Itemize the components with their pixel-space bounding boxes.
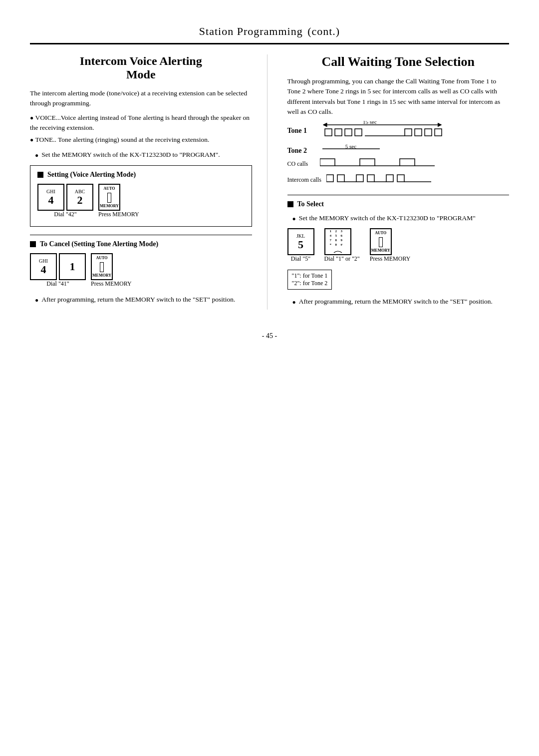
- svg-rect-33: [386, 175, 393, 182]
- left-intro: The intercom alerting mode (tone/voice) …: [30, 88, 252, 109]
- press-memory-3: Press MEMORY: [370, 255, 411, 263]
- sub1-title: Setting (Voice Alerting Mode): [47, 171, 136, 179]
- svg-rect-13: [422, 129, 425, 136]
- memory-instruction2: Set the MEMORY switch of the KX-T123230D…: [292, 213, 510, 223]
- memory-button-3: AUTO MEMORY: [370, 228, 392, 255]
- svg-rect-25: [326, 175, 333, 182]
- tone-note-box: "1": for Tone 1 "2": for Tone 2: [287, 270, 332, 290]
- press-memory-2: Press MEMORY: [91, 280, 132, 288]
- black-square-icon: [37, 172, 43, 178]
- svg-rect-6: [345, 129, 352, 136]
- co-calls-label: CO calls: [287, 160, 315, 168]
- key-ghi4: GHI 4: [37, 184, 64, 211]
- svg-rect-31: [367, 175, 374, 182]
- svg-rect-7: [352, 129, 355, 136]
- dial42-label: Dial "42": [37, 211, 93, 218]
- key-jkl5: JKL 5: [287, 228, 314, 255]
- dial41-label: Dial "41": [30, 280, 86, 288]
- tone-item: TONE.. Tone alerting (ringing) sound at …: [30, 135, 252, 145]
- svg-text:5 sec: 5 sec: [345, 145, 356, 149]
- to-select-section: To Select Set the MEMORY switch of the K…: [287, 200, 510, 307]
- svg-rect-34: [393, 175, 397, 182]
- key-ghi4-cancel: GHI 4: [30, 253, 57, 280]
- svg-rect-16: [435, 129, 442, 136]
- tone1-label: Tone 1: [287, 127, 315, 135]
- intercom-calls-label: Intercom calls: [287, 176, 321, 184]
- note-line1: "1": for Tone 1: [292, 272, 328, 280]
- voice-item: VOICE...Voice alerting instead of Tone a…: [30, 113, 252, 133]
- svg-rect-29: [356, 175, 363, 182]
- key-dialpad: 123 456 789 *0#: [324, 228, 351, 255]
- to-select-title: To Select: [297, 200, 324, 208]
- svg-rect-12: [415, 129, 422, 136]
- sub2-title: To Cancel (Setting Tone Alerting Mode): [40, 240, 158, 248]
- left-section-title: Intercom Voice Alerting Mode: [30, 54, 252, 81]
- dial5-label: Dial "5": [287, 255, 314, 263]
- right-section-title: Call Waiting Tone Selection: [287, 54, 510, 69]
- svg-rect-10: [405, 129, 412, 136]
- right-intro: Through programming, you can change the …: [287, 76, 510, 117]
- page-title: Station Programming (cont.): [30, 20, 509, 39]
- cancel-section: To Cancel (Setting Tone Alerting Mode) G…: [30, 240, 252, 288]
- svg-rect-8: [355, 129, 362, 136]
- after-text-left: After programming, return the MEMORY swi…: [35, 295, 252, 305]
- tone2-arrow: 5 sec: [320, 145, 510, 155]
- page-number: - 45 -: [30, 332, 509, 340]
- tone1-diagram: 15 sec: [320, 121, 510, 141]
- memory-button-1: AUTO MEMORY: [98, 184, 120, 211]
- svg-rect-30: [363, 175, 367, 182]
- svg-rect-26: [333, 175, 337, 182]
- tone2-label: Tone 2: [287, 145, 315, 155]
- after-text-right: After programming, return the MEMORY swi…: [292, 297, 510, 307]
- svg-rect-4: [335, 129, 342, 136]
- svg-rect-35: [397, 175, 404, 182]
- svg-rect-3: [332, 129, 335, 136]
- svg-rect-23: [400, 159, 415, 166]
- key-1-cancel: 1: [59, 253, 86, 280]
- black-square-icon3: [287, 201, 293, 207]
- intercom-calls-diagram: [326, 173, 436, 187]
- svg-rect-21: [360, 159, 375, 166]
- dial12-label: Dial "1" or "2": [324, 255, 360, 263]
- svg-rect-27: [337, 175, 344, 182]
- svg-rect-5: [342, 129, 345, 136]
- voice-alerting-section: Setting (Voice Alerting Mode) GHI 4 ABC …: [30, 165, 252, 227]
- svg-rect-11: [412, 129, 415, 136]
- co-calls-diagram: [320, 157, 440, 171]
- svg-rect-15: [432, 129, 435, 136]
- memory-button-2: AUTO MEMORY: [91, 253, 113, 280]
- svg-rect-2: [325, 129, 332, 136]
- svg-rect-14: [425, 129, 432, 136]
- svg-text:15 sec: 15 sec: [363, 121, 377, 125]
- svg-rect-19: [320, 159, 335, 166]
- press-memory-1: Press MEMORY: [98, 211, 139, 218]
- tone2-section: Tone 2 5 se: [287, 145, 510, 187]
- tone-diagram-section: Tone 1 15 sec: [287, 121, 510, 187]
- key-abc2: ABC 2: [66, 184, 93, 211]
- note-line2: "2": for Tone 2: [292, 280, 328, 287]
- black-square-icon2: [30, 241, 36, 247]
- memory-instruction-left: Set the MEMORY switch of the KX-T123230D…: [35, 150, 252, 160]
